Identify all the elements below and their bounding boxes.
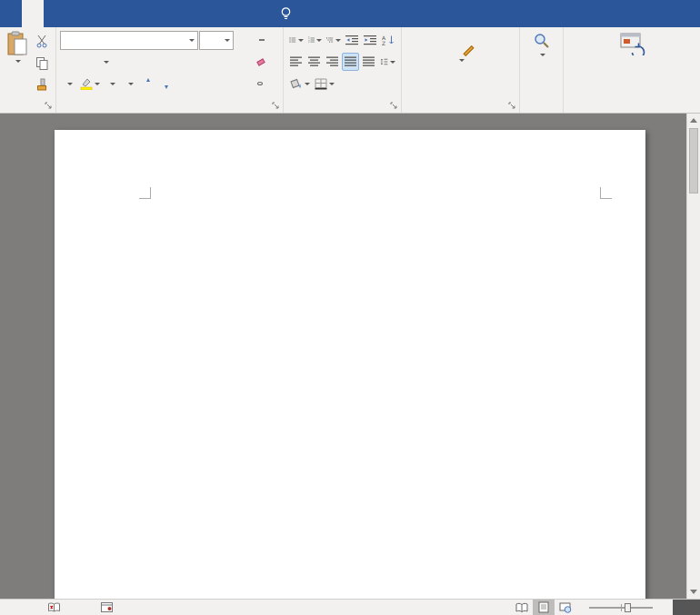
grow-font-button[interactable] — [139, 74, 156, 93]
print-layout-button[interactable] — [533, 600, 555, 615]
dropdown-arrow-icon — [104, 61, 109, 64]
font-name-select[interactable] — [60, 31, 198, 50]
increase-indent-button[interactable] — [362, 31, 379, 49]
decrease-indent-button[interactable] — [344, 31, 361, 49]
justify-icon — [345, 56, 357, 67]
clear-formatting-button[interactable] — [249, 53, 266, 71]
subscript-button[interactable] — [133, 53, 150, 71]
shrink-font-button[interactable] — [157, 74, 175, 93]
shading-button[interactable] — [287, 74, 312, 93]
menu-tab-developer[interactable] — [196, 0, 218, 27]
align-left-button[interactable] — [287, 53, 305, 71]
menu-tab-review[interactable] — [153, 0, 175, 27]
read-mode-icon — [515, 602, 528, 613]
superscript-button[interactable] — [151, 53, 168, 71]
paragraph-dialog-launcher[interactable] — [389, 101, 399, 111]
line-spacing-button[interactable] — [378, 53, 397, 71]
sort-icon: AZ — [382, 35, 395, 45]
ribbon: 12 AZ — [0, 27, 700, 114]
tell-me-button[interactable] — [271, 0, 306, 27]
document-area — [0, 114, 700, 599]
dropdown-arrow-icon — [459, 59, 465, 62]
find-magnifier-icon — [533, 32, 551, 50]
multilevel-list-button[interactable] — [325, 31, 343, 49]
margin-crop-mark-top-right — [600, 187, 612, 199]
format-painter-icon — [35, 78, 48, 92]
dialog-launcher-icon — [272, 102, 280, 110]
read-mode-button[interactable] — [511, 600, 533, 615]
menu-tab-mailings[interactable] — [131, 0, 153, 27]
bullets-button[interactable] — [287, 31, 305, 49]
format-painter-button[interactable] — [32, 74, 52, 94]
menu-tab-insert[interactable] — [44, 0, 65, 27]
brush-icon — [463, 45, 474, 56]
macro-record-button[interactable] — [101, 602, 113, 612]
justify-button[interactable] — [342, 53, 359, 71]
proofing-status-button[interactable] — [47, 602, 61, 613]
text-effects-button[interactable] — [60, 74, 77, 93]
align-right-icon — [326, 56, 339, 67]
zoom-slider-handle[interactable] — [625, 603, 631, 612]
copy-button[interactable] — [32, 53, 52, 73]
numbering-button[interactable]: 12 — [306, 31, 325, 49]
spellcheck-book-icon — [47, 602, 61, 613]
send-to-powerpoint-button[interactable] — [566, 32, 696, 59]
zoom-level-box[interactable] — [673, 600, 700, 615]
font-color-button[interactable] — [103, 74, 120, 93]
highlighter-icon — [80, 77, 93, 90]
strikethrough-button[interactable] — [115, 53, 132, 71]
scroll-up-button[interactable] — [687, 114, 700, 127]
styles-dialog-launcher[interactable] — [507, 101, 517, 111]
character-border-button[interactable] — [253, 31, 270, 49]
down-arrow-icon — [165, 85, 168, 89]
align-center-button[interactable] — [305, 53, 323, 71]
menu-tab-design[interactable] — [65, 0, 87, 27]
enclose-characters-button[interactable] — [251, 74, 268, 93]
web-layout-button[interactable] — [555, 600, 576, 615]
bullet-list-icon — [289, 35, 296, 45]
italic-button[interactable] — [78, 53, 95, 71]
dialog-launcher-icon — [390, 102, 398, 110]
eraser-icon — [256, 58, 265, 65]
phonetic-guide-button[interactable] — [235, 31, 252, 49]
sort-button[interactable]: AZ — [380, 31, 397, 49]
text-highlight-button[interactable] — [78, 74, 102, 93]
underline-button[interactable] — [96, 53, 114, 71]
menu-tab-help[interactable] — [240, 0, 262, 27]
menu-tab-layout[interactable] — [87, 0, 109, 27]
scrollbar-thumb[interactable] — [689, 128, 698, 193]
styles-button[interactable] — [405, 32, 516, 62]
dropdown-arrow-icon — [189, 39, 195, 42]
menu-tab-pdf-addin[interactable] — [218, 0, 240, 27]
align-right-button[interactable] — [324, 53, 341, 71]
dropdown-arrow-icon — [110, 83, 115, 85]
vertical-scrollbar[interactable] — [686, 114, 700, 599]
dropdown-arrow-icon — [390, 61, 395, 64]
scroll-down-button[interactable] — [687, 585, 700, 599]
menu-tab-home[interactable] — [22, 0, 44, 27]
show-marks-button[interactable] — [337, 74, 355, 93]
character-shading-button[interactable] — [233, 74, 250, 93]
dropdown-arrow-icon — [95, 83, 100, 85]
lightbulb-icon — [280, 6, 292, 21]
bold-button[interactable] — [60, 53, 77, 71]
status-bar — [0, 599, 700, 615]
cut-button[interactable] — [32, 31, 52, 51]
font-dialog-launcher[interactable] — [271, 101, 281, 111]
change-case-button[interactable] — [121, 74, 138, 93]
cut-icon — [35, 35, 48, 48]
menu-tab-references[interactable] — [109, 0, 131, 27]
dropdown-arrow-icon — [15, 60, 21, 63]
clipboard-dialog-launcher[interactable] — [44, 101, 54, 111]
editing-button[interactable] — [523, 32, 560, 56]
distribute-button[interactable] — [360, 53, 377, 71]
menu-tab-file[interactable] — [0, 0, 22, 27]
document-page[interactable] — [55, 130, 645, 599]
zoom-slider[interactable] — [589, 607, 653, 609]
font-size-select[interactable] — [199, 31, 234, 50]
paste-button[interactable] — [3, 29, 32, 96]
editing-group — [520, 27, 564, 113]
borders-button[interactable] — [313, 74, 336, 93]
menu-tab-view[interactable] — [175, 0, 196, 27]
macro-record-icon — [101, 602, 113, 612]
